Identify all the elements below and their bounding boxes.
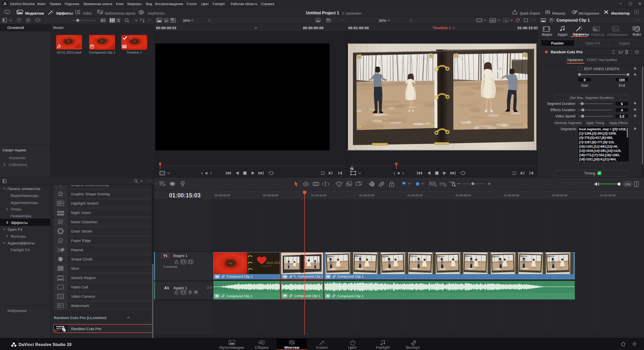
svg-text:RANDOM: RANDOM — [56, 326, 64, 327]
svg-text:01:00:00:00: 01:00:00:00 — [215, 194, 230, 197]
svg-text:01:00:40:00: 01:00:40:00 — [456, 194, 471, 197]
svg-text:01:00:24:00: 01:00:24:00 — [359, 194, 375, 197]
svg-text:...: ... — [59, 287, 61, 289]
svg-text:01:00:48:00: 01:00:48:00 — [504, 194, 519, 197]
svg-text:01:00:16:00: 01:00:16:00 — [311, 194, 327, 197]
svg-text:HQ: HQ — [492, 20, 494, 21]
svg-text:01:00:32:00: 01:00:32:00 — [408, 194, 423, 197]
svg-text:CUTS: CUTS — [56, 328, 61, 329]
svg-text:01:01:04:00: 01:01:04:00 — [600, 194, 616, 197]
svg-text:01:00:08:00: 01:00:08:00 — [263, 194, 278, 197]
svg-text:30.01.2023: 30.01.2023 — [266, 261, 280, 265]
svg-text:01:00:56:00: 01:00:56:00 — [552, 194, 568, 197]
